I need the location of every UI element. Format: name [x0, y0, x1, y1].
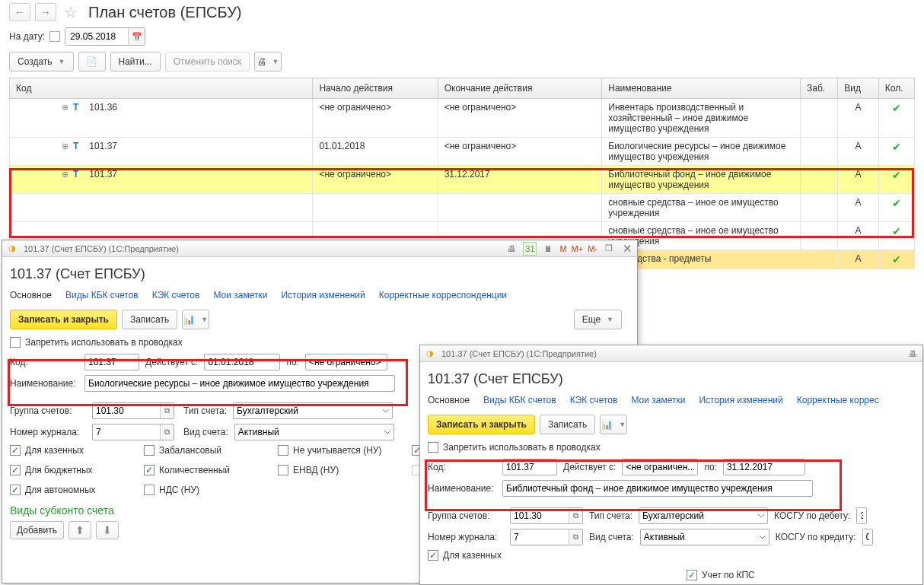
col-end[interactable]: Окончание действия	[438, 78, 602, 99]
expand-icon[interactable]: ⊕	[62, 170, 69, 179]
group-input[interactable]: ⧉	[510, 507, 583, 524]
code-input[interactable]	[502, 459, 557, 475]
code-input[interactable]	[84, 354, 139, 370]
calendar-icon[interactable]: 31	[523, 242, 537, 256]
print-dropdown-button[interactable]: 🖨▼	[254, 52, 282, 72]
valid-from-input[interactable]	[622, 459, 698, 475]
calc-mplus-label[interactable]: M+	[572, 244, 584, 253]
table-row[interactable]: ⊕Т101.37 <не ограничено> 31.12.2017 Библ…	[10, 166, 915, 194]
open-picker-icon[interactable]: ⧉	[160, 403, 174, 418]
cb-zab[interactable]	[144, 445, 155, 456]
cb-kaz[interactable]	[10, 445, 21, 456]
create-button[interactable]: Создать▼	[9, 52, 74, 72]
tab-history[interactable]: История изменений	[699, 395, 782, 405]
journal-input[interactable]: ⧉	[510, 529, 583, 545]
tab-corr[interactable]: Корректные корреспонденции	[379, 290, 507, 300]
valid-from-input[interactable]	[204, 354, 280, 370]
add-subkonto-button[interactable]: Добавить	[10, 521, 64, 539]
open-picker-icon[interactable]: ⧉	[160, 424, 174, 440]
acct-kind-input[interactable]	[640, 529, 769, 545]
kosgu-debit-input[interactable]	[856, 507, 867, 524]
valid-to-input[interactable]	[723, 459, 805, 475]
kosgu-credit-input[interactable]	[862, 529, 873, 545]
close-icon[interactable]: ✕	[620, 242, 634, 256]
find-button[interactable]: Найти...	[110, 52, 161, 72]
report-dropdown-button[interactable]: 📊▼	[600, 415, 627, 434]
valid-from-label: Действует с:	[563, 462, 616, 472]
valid-to-input[interactable]	[305, 354, 387, 370]
group-input[interactable]: ⧉	[92, 402, 174, 419]
app-1c-icon: ◑	[5, 242, 19, 256]
dialog2-titlebar[interactable]: ◑ 101.37 (Счет ЕПСБУ) (1С:Предприятие) 🖶	[420, 345, 922, 362]
calc-icon[interactable]: 🖩	[541, 242, 555, 256]
window-restore-icon[interactable]: ❐	[602, 242, 616, 256]
tab-kek[interactable]: КЭК счетов	[152, 290, 200, 300]
calendar-icon[interactable]: 📅	[128, 28, 145, 45]
account-t-icon: Т	[73, 102, 78, 113]
name-input[interactable]	[84, 375, 395, 392]
move-down-button[interactable]: ⬇	[96, 521, 119, 539]
account-dialog-2[interactable]: ◑ 101.37 (Счет ЕПСБУ) (1С:Предприятие) 🖶…	[419, 345, 923, 585]
tab-main[interactable]: Основное	[428, 395, 470, 405]
col-kol[interactable]: Кол.	[878, 78, 914, 99]
forbid-checkbox[interactable]	[428, 442, 438, 453]
table-row[interactable]: сновные средства – иное ое имущество учр…	[10, 194, 915, 222]
tab-main[interactable]: Основное	[10, 290, 52, 300]
col-zab[interactable]: Заб.	[801, 78, 838, 99]
nav-forward-button[interactable]: →	[35, 3, 56, 21]
acct-type-input[interactable]	[639, 507, 768, 524]
nav-back-button[interactable]: ←	[9, 3, 30, 21]
tab-notes[interactable]: Мои заметки	[631, 395, 685, 405]
tab-kek[interactable]: КЭК счетов	[570, 395, 618, 405]
dialog2-tabs: Основное Виды КБК счетов КЭК счетов Мои …	[428, 395, 915, 405]
calc-m-label[interactable]: M	[559, 244, 566, 253]
cb-qty[interactable]	[144, 465, 155, 475]
write-button[interactable]: Записать	[540, 415, 595, 434]
col-name[interactable]: Наименование	[602, 78, 801, 99]
tab-kbk[interactable]: Виды КБК счетов	[483, 395, 556, 405]
cb-avt[interactable]	[10, 485, 21, 495]
tab-notes[interactable]: Мои заметки	[213, 290, 267, 300]
forbid-checkbox[interactable]	[10, 337, 21, 348]
write-close-button[interactable]: Записать и закрыть	[428, 415, 535, 434]
name-input[interactable]	[502, 480, 813, 497]
journal-input[interactable]: ⧉	[92, 424, 174, 440]
col-start[interactable]: Начало действия	[313, 78, 438, 99]
table-row[interactable]: ⊕Т101.37 01.01.2018 <не ограничено> Биол…	[10, 138, 915, 166]
acct-kind-input[interactable]	[234, 424, 394, 440]
cb-kps[interactable]	[687, 570, 697, 580]
write-button[interactable]: Записать	[122, 310, 177, 329]
print-icon[interactable]: 🖶	[906, 347, 919, 361]
cb-envd[interactable]	[278, 465, 288, 475]
account-t-icon: Т	[73, 141, 78, 151]
cb-bud[interactable]	[10, 465, 21, 475]
cb-nds[interactable]	[144, 485, 155, 495]
favorite-star-icon[interactable]: ☆	[64, 3, 78, 21]
col-vid[interactable]: Вид	[838, 78, 878, 99]
tab-corr[interactable]: Корректные коррес	[797, 395, 879, 405]
move-up-button[interactable]: ⬆	[69, 521, 91, 539]
expand-icon[interactable]: ⊕	[62, 103, 69, 112]
calc-mminus-label[interactable]: M-	[588, 244, 597, 253]
page-title: План счетов (ЕПСБУ)	[88, 4, 242, 21]
col-code[interactable]: Код	[10, 78, 313, 99]
date-enable-checkbox[interactable]	[49, 31, 60, 42]
acct-type-input[interactable]	[233, 402, 393, 419]
date-input[interactable]: 📅	[65, 27, 145, 46]
report-dropdown-button[interactable]: 📊▼	[182, 310, 209, 329]
copy-button[interactable]: 📄	[78, 52, 106, 72]
tab-history[interactable]: История изменений	[281, 290, 365, 300]
table-row[interactable]: ⊕Т101.36 <не ограничено> <не ограничено>…	[10, 99, 915, 138]
expand-icon[interactable]: ⊕	[62, 141, 69, 151]
open-picker-icon[interactable]: ⧉	[569, 508, 582, 523]
dialog1-titlebar[interactable]: ◑ 101.37 (Счет ЕПСБУ) (1С:Предприятие) 🖶…	[2, 240, 637, 257]
write-close-button[interactable]: Записать и закрыть	[10, 310, 117, 329]
open-picker-icon[interactable]: ⧉	[569, 529, 582, 545]
tab-kbk[interactable]: Виды КБК счетов	[65, 290, 139, 300]
print-icon[interactable]: 🖶	[505, 242, 518, 256]
cb-kaz[interactable]	[428, 550, 438, 561]
date-field[interactable]	[65, 28, 128, 45]
more-button[interactable]: Еще▼	[574, 310, 622, 329]
cb-nu-no[interactable]	[278, 445, 288, 456]
dialog1-tabs: Основное Виды КБК счетов КЭК счетов Мои …	[10, 290, 629, 300]
